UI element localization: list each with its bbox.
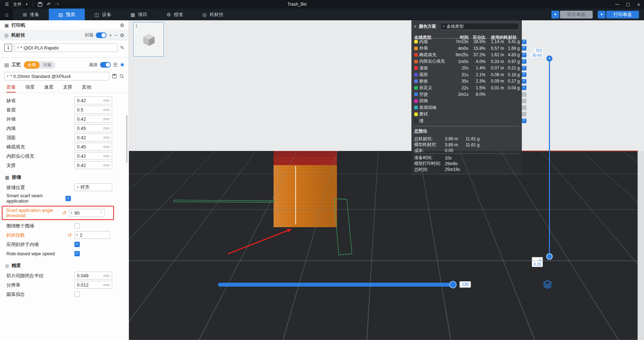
view-type-select[interactable]: ▾ 走线类型	[440, 23, 519, 30]
advanced-toggle[interactable]	[100, 62, 111, 68]
print-plate-button[interactable]: 打印单盘	[606, 11, 639, 19]
visibility-checkbox[interactable]	[522, 40, 526, 44]
param-input[interactable]: 0.42 mm	[74, 134, 112, 141]
layers-view-button[interactable]	[543, 280, 552, 291]
scope-toggle[interactable]: 全局 对象	[24, 61, 55, 69]
search-params-icon[interactable]	[119, 74, 124, 79]
layer-slider-track[interactable]	[549, 58, 550, 257]
param-input[interactable]: 0.5 mm	[74, 106, 112, 114]
add-layer-range-button[interactable]: +	[546, 56, 552, 62]
visibility-checkbox[interactable]	[522, 46, 526, 51]
filament-gear-icon[interactable]: ⚙	[120, 32, 124, 38]
tab-project[interactable]: ▦ 项目	[121, 9, 157, 20]
wrap-wall-checkbox[interactable]	[74, 223, 80, 229]
redo-icon[interactable]: ↷	[55, 1, 59, 7]
scrollbar-thumb[interactable]	[126, 115, 128, 163]
revert-icon[interactable]: ↺	[62, 210, 66, 216]
visibility-checkbox[interactable]	[522, 85, 526, 90]
settings-tab[interactable]: 其他	[82, 84, 91, 93]
param-input[interactable]: 0.45 mm	[74, 124, 112, 132]
printer-gear-icon[interactable]: ⚙	[120, 22, 124, 28]
visibility-checkbox[interactable]	[522, 66, 526, 70]
filament-color-swatch[interactable]: 1	[4, 44, 12, 52]
role-wipe-checkbox[interactable]	[74, 251, 80, 256]
add-filament-icon[interactable]: +	[109, 32, 112, 38]
visibility-checkbox[interactable]	[522, 53, 526, 57]
revert-icon[interactable]: ↺	[67, 232, 72, 238]
param-input[interactable]: 0.012 mm	[74, 281, 112, 289]
remove-filament-icon[interactable]: −	[114, 32, 117, 38]
param-input[interactable]: 0.42 mm	[74, 152, 112, 160]
param-label: 外墙	[6, 116, 72, 122]
scarf-angle-input[interactable]: ▲▼ 90 °	[69, 209, 105, 217]
visibility-checkbox[interactable]	[522, 119, 526, 123]
save-preset-icon[interactable]	[112, 74, 117, 79]
process-preset-select[interactable]: ▾ * 0.20mm Standard @XPlus4	[4, 72, 109, 80]
tab-filament[interactable]: ◎ 耗材丝	[193, 9, 233, 20]
layer-slider-bottom-label: 1 0.20	[532, 257, 543, 267]
line-type-row: 内墙 7m13s 28.5% 1.14 m 3.41 g	[414, 38, 519, 45]
visibility-checkbox[interactable]	[522, 72, 526, 77]
totals-value-1: 25m19s	[445, 167, 466, 172]
print-dropdown-chevron-icon[interactable]: ▾	[598, 11, 606, 19]
totals-label: 准备时间:	[414, 155, 445, 161]
app-menu-icon[interactable]: ☰	[5, 2, 9, 7]
minimize-button[interactable]: —	[612, 0, 623, 9]
scope-global[interactable]: 全局	[24, 61, 40, 69]
settings-tab[interactable]: 强度	[25, 84, 35, 93]
slice-plate-button[interactable]: 切片单盘	[560, 11, 593, 19]
visibility-checkbox[interactable]	[522, 105, 526, 110]
maximize-button[interactable]: ▢	[623, 0, 633, 9]
move-slider-handle[interactable]	[449, 281, 457, 288]
tab-device[interactable]: ◫ 设备	[85, 9, 121, 20]
tab-calibration[interactable]: ⚙ 校准	[157, 9, 193, 20]
settings-tab[interactable]: 质量	[6, 84, 16, 93]
scope-object[interactable]: 对象	[40, 61, 55, 69]
undo-icon[interactable]: ↶	[47, 1, 51, 7]
settings-tab[interactable]: 支撑	[63, 84, 72, 93]
visibility-checkbox[interactable]	[522, 59, 526, 64]
param-input[interactable]: 0.42 mm	[74, 161, 112, 169]
filament-select[interactable]: ▾ * QIDI PLA Rapido	[15, 43, 118, 52]
filament-name: * QIDI PLA Rapido	[21, 45, 59, 51]
param-row: 内墙 0.45 mm	[0, 124, 129, 133]
param-input[interactable]: 0.45 mm	[74, 143, 112, 151]
tab-preview[interactable]: ▤ 预览	[49, 9, 85, 20]
spinner-arrows[interactable]: ▲▼	[76, 233, 78, 237]
line-type-length: 0.01 m	[486, 85, 505, 90]
highlighted-setting-box: Scarf application angle threshold ↺ ▲▼ 9…	[2, 206, 114, 220]
plate-thumbnail[interactable]: 1	[133, 22, 164, 57]
visibility-checkbox[interactable]	[522, 79, 526, 84]
close-button[interactable]: ×	[633, 0, 644, 9]
totals-row: 模型打印时间: 25m9s	[414, 161, 519, 167]
all-params-icon[interactable]: ✱	[120, 62, 124, 68]
seam-position-select[interactable]: ▾ 对齐	[74, 183, 112, 191]
smart-scarf-checkbox[interactable]	[66, 196, 71, 201]
file-menu-chevron-icon[interactable]: ▾	[26, 2, 28, 6]
build-plate[interactable]	[129, 151, 638, 340]
move-slider-track[interactable]	[218, 283, 457, 287]
layer-slider-handle[interactable]	[546, 253, 553, 260]
arc-fitting-checkbox[interactable]	[74, 292, 80, 297]
param-input[interactable]: 0.42 mm	[74, 96, 112, 104]
seal-toggle[interactable]	[96, 32, 107, 38]
tab-prepare[interactable]: ⊞ 准备	[13, 9, 49, 20]
visibility-checkbox[interactable]	[522, 92, 526, 97]
apply-scarf-inner-checkbox[interactable]	[74, 242, 80, 247]
param-input[interactable]: 0.42 mm	[74, 115, 112, 123]
scarf-joint-input[interactable]: ▲▼ 2	[74, 231, 110, 239]
collapse-icon[interactable]: «	[413, 25, 418, 27]
settings-tab[interactable]: 速度	[44, 84, 53, 93]
home-button[interactable]: ⌂	[0, 9, 13, 20]
spinner-arrows[interactable]: ▲▼	[71, 211, 73, 215]
scarf-joint-value: 2	[80, 232, 82, 238]
printed-model[interactable]	[274, 151, 337, 227]
slice-dropdown-chevron-icon[interactable]: ▾	[551, 11, 559, 19]
file-menu[interactable]: 文件	[13, 1, 22, 7]
param-input[interactable]: 0.049 mm	[74, 272, 112, 279]
save-project-icon[interactable]	[38, 2, 42, 7]
visibility-checkbox[interactable]	[522, 99, 526, 103]
compare-preset-icon[interactable]: ☰	[113, 62, 118, 68]
visibility-checkbox[interactable]	[522, 112, 526, 116]
edit-filament-icon[interactable]: ✎	[120, 45, 124, 51]
